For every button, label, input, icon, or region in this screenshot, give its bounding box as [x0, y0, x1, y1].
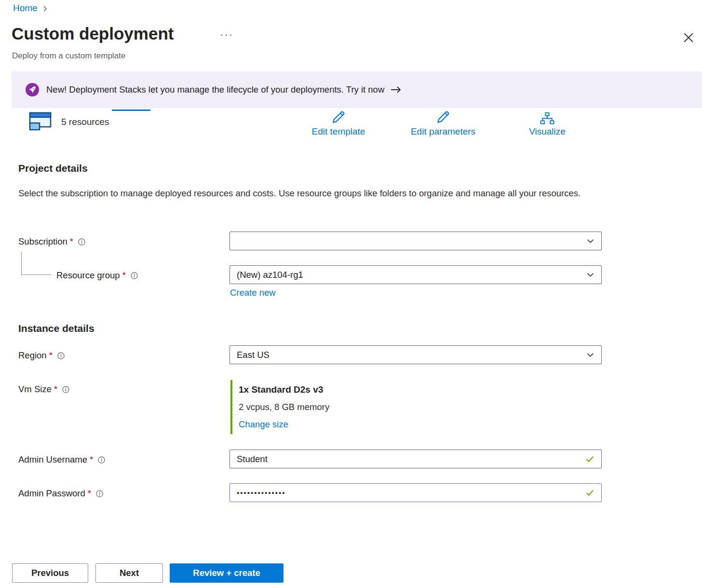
resource-group-label-text: Resource group — [56, 270, 120, 281]
chevron-right-icon — [42, 6, 48, 12]
visualize-button[interactable]: Visualize — [504, 109, 591, 137]
more-options-button[interactable]: ··· — [217, 28, 236, 41]
vm-size-label: Vm Size * — [18, 384, 69, 395]
breadcrumb: Home — [13, 3, 48, 14]
subscription-dropdown[interactable] — [230, 232, 602, 250]
breadcrumb-home-link[interactable]: Home — [13, 3, 38, 14]
info-icon[interactable] — [57, 352, 65, 359]
review-create-button[interactable]: Review + create — [170, 563, 284, 583]
admin-password-label: Admin Password * — [18, 488, 103, 499]
page-title: Custom deployment — [12, 24, 174, 43]
change-size-link[interactable]: Change size — [239, 416, 288, 433]
resource-group-connector-line — [21, 252, 51, 275]
rocket-icon — [26, 83, 39, 96]
admin-password-input[interactable] — [237, 489, 580, 497]
info-icon[interactable] — [98, 456, 105, 464]
info-icon[interactable] — [78, 238, 85, 246]
required-asterisk: * — [90, 454, 93, 465]
admin-password-field — [230, 483, 602, 502]
edit-template-button[interactable]: Edit template — [295, 109, 382, 137]
template-bar: 5 resources Edit template Edit parameter… — [0, 109, 702, 143]
checkmark-icon — [585, 488, 594, 497]
required-asterisk: * — [122, 270, 126, 281]
required-asterisk: * — [49, 350, 53, 361]
subscription-label-text: Subscription — [18, 236, 68, 247]
resource-group-dropdown[interactable]: (New) az104-rg1 — [230, 265, 602, 284]
pencil-icon — [435, 109, 451, 125]
region-dropdown[interactable]: East US — [230, 345, 602, 364]
admin-username-label: Admin Username * — [18, 454, 105, 465]
arrow-right-icon — [391, 86, 402, 94]
admin-username-label-text: Admin Username — [18, 454, 87, 465]
edit-parameters-label: Edit parameters — [411, 126, 475, 137]
visualize-icon — [540, 109, 554, 125]
banner-text: New! Deployment Stacks let you manage th… — [46, 84, 384, 95]
checkmark-icon — [585, 454, 594, 464]
region-label: Region * — [18, 350, 65, 361]
chevron-down-icon — [586, 351, 594, 359]
instance-details-heading: Instance details — [18, 323, 94, 334]
resource-group-value: (New) az104-rg1 — [237, 270, 303, 280]
vm-size-label-text: Vm Size — [18, 384, 52, 395]
next-button[interactable]: Next — [95, 563, 163, 583]
vm-size-summary: 1x Standard D2s v3 2 vcpus, 8 GB memory … — [230, 380, 472, 434]
admin-username-input[interactable] — [237, 454, 580, 465]
chevron-down-icon — [586, 271, 594, 279]
required-asterisk: * — [70, 236, 73, 247]
required-asterisk: * — [54, 384, 57, 395]
project-details-heading: Project details — [18, 163, 88, 174]
template-icon — [29, 112, 52, 131]
info-icon[interactable] — [62, 386, 69, 393]
region-value: East US — [237, 350, 270, 360]
close-icon[interactable] — [681, 30, 696, 45]
previous-button[interactable]: Previous — [12, 563, 88, 583]
deployment-stacks-banner[interactable]: New! Deployment Stacks let you manage th… — [12, 71, 702, 108]
edit-parameters-button[interactable]: Edit parameters — [400, 109, 486, 137]
pencil-icon — [331, 109, 346, 125]
chevron-down-icon — [586, 237, 594, 245]
edit-template-label: Edit template — [312, 126, 365, 137]
page-subtitle: Deploy from a custom template — [12, 51, 125, 61]
admin-password-label-text: Admin Password — [18, 488, 85, 499]
admin-username-field — [230, 450, 602, 468]
info-icon[interactable] — [131, 272, 138, 279]
vm-size-specs: 2 vcpus, 8 GB memory — [239, 398, 472, 416]
region-label-text: Region — [18, 350, 47, 361]
info-icon[interactable] — [96, 490, 103, 497]
required-asterisk: * — [88, 488, 91, 499]
create-new-link[interactable]: Create new — [230, 287, 276, 298]
resource-group-label: Resource group * — [56, 270, 138, 281]
resources-count: 5 resources — [61, 117, 109, 127]
visualize-label: Visualize — [529, 126, 566, 137]
vm-size-selection: 1x Standard D2s v3 — [239, 381, 472, 398]
subscription-label: Subscription * — [18, 236, 85, 247]
project-description: Select the subscription to manage deploy… — [18, 186, 582, 201]
